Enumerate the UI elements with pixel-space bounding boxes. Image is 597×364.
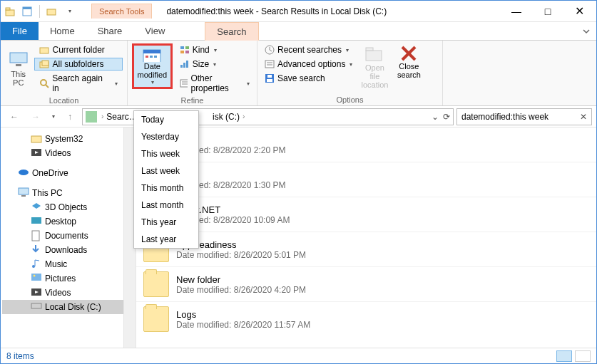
clear-search-icon[interactable]: ✕ [580, 112, 587, 122]
titlebar: ▾ Search Tools datemodified:this week - … [1, 1, 596, 22]
svg-rect-24 [180, 80, 188, 87]
breadcrumb-2[interactable]: isk (C:) [213, 112, 240, 122]
svg-rect-23 [186, 61, 188, 68]
svg-rect-20 [185, 51, 189, 53]
view-large-button[interactable] [575, 350, 591, 362]
svg-rect-13 [143, 50, 160, 53]
svg-rect-32 [267, 79, 272, 82]
svg-rect-42 [19, 188, 29, 194]
date-modified-button[interactable]: Date modified▾ [132, 43, 173, 89]
tree-local-disk[interactable]: Local Disk (C:) [2, 300, 134, 314]
list-item[interactable]: etchmodified: 8/28/2020 1:30 PM [136, 162, 596, 197]
ribbon-collapse-icon[interactable] [576, 22, 596, 40]
nav-up-button[interactable]: ↑ [61, 108, 79, 126]
section-refine: Refine [132, 95, 252, 105]
tree-onedrive[interactable]: OneDrive [2, 166, 134, 180]
tree-documents[interactable]: Documents [2, 229, 134, 243]
svg-rect-14 [146, 56, 148, 58]
date-option-this-week[interactable]: This week [134, 145, 198, 162]
svg-point-49 [34, 275, 36, 277]
list-item[interactable]: AppReadinessDate modified: 8/26/2020 5:0… [136, 232, 596, 266]
open-file-location-button: Open file location [359, 43, 389, 90]
minimize-button[interactable]: — [501, 1, 532, 21]
list-item[interactable]: rosoft.NETmodified: 8/28/2020 10:09 AM [136, 197, 596, 232]
tree-system32[interactable]: System32 [2, 132, 134, 146]
svg-rect-7 [40, 48, 49, 53]
qat-newfolder-icon[interactable] [44, 4, 60, 19]
tree-videos-2[interactable]: Videos [2, 286, 134, 300]
folder-open-icon [364, 45, 384, 63]
svg-rect-35 [366, 48, 373, 51]
nav-tree[interactable]: System32 Videos OneDrive This PC 3D Obje… [1, 128, 136, 348]
context-tab-label: Search Tools [91, 4, 152, 19]
x-icon [400, 45, 417, 62]
save-search-button[interactable]: Save search [262, 72, 355, 85]
current-folder-button[interactable]: Current folder [34, 43, 123, 56]
advanced-options-button[interactable]: Advanced options▾ [262, 58, 355, 71]
svg-rect-5 [10, 53, 27, 63]
all-subfolders-button[interactable]: All subfolders [34, 58, 123, 71]
tree-3d-objects[interactable]: 3D Objects [2, 200, 134, 214]
tab-search[interactable]: Search [205, 22, 258, 41]
qat-customize-icon[interactable]: ▾ [61, 4, 77, 19]
results-list[interactable]: pmodified: 8/28/2020 2:20 PM etchmodifie… [136, 128, 596, 348]
refresh-icon[interactable]: ⟳ [443, 112, 450, 122]
qat-properties-icon[interactable] [19, 4, 35, 19]
close-button[interactable]: ✕ [563, 1, 595, 21]
date-option-last-month[interactable]: Last month [134, 197, 198, 214]
date-option-this-month[interactable]: This month [134, 180, 198, 197]
svg-line-11 [46, 85, 49, 88]
svg-rect-21 [180, 65, 183, 68]
size-button[interactable]: Size▾ [177, 58, 252, 71]
tab-view[interactable]: View [133, 22, 176, 40]
section-location: Location [5, 95, 123, 105]
app-icon [2, 4, 18, 19]
view-details-button[interactable] [556, 350, 572, 362]
svg-rect-48 [31, 274, 41, 281]
date-option-today[interactable]: Today [134, 111, 198, 128]
ribbon-tabs: File Home Share View Search [1, 22, 596, 41]
tree-videos-1[interactable]: Videos [2, 146, 134, 160]
address-dropdown-icon[interactable]: ⌄ [432, 112, 439, 122]
nav-forward-button[interactable]: → [26, 108, 45, 126]
date-option-last-year[interactable]: Last year [134, 231, 198, 248]
tree-music[interactable]: Music [2, 257, 134, 271]
close-search-button[interactable]: Close search [394, 43, 424, 80]
date-option-yesterday[interactable]: Yesterday [134, 128, 198, 145]
ribbon: This PC Current folder All subfolders Se… [1, 41, 596, 106]
svg-point-47 [32, 265, 35, 268]
date-modified-menu: Today Yesterday This week Last week This… [133, 110, 199, 249]
nav-back-button[interactable]: ← [5, 108, 24, 126]
svg-rect-46 [32, 231, 39, 241]
tree-this-pc[interactable]: This PC [2, 186, 134, 200]
tree-pictures[interactable]: Pictures [2, 271, 134, 286]
svg-rect-0 [6, 10, 14, 16]
tree-desktop[interactable]: Desktop [2, 214, 134, 229]
list-item[interactable]: New folderDate modified: 8/26/2020 4:20 … [136, 266, 596, 301]
nav-recent-button[interactable]: ▾ [48, 108, 58, 126]
other-properties-button[interactable]: Other properties▾ [177, 72, 252, 95]
svg-rect-9 [42, 61, 49, 66]
search-again-button[interactable]: Search again in▾ [34, 72, 123, 95]
maximize-button[interactable]: □ [532, 1, 563, 21]
svg-rect-6 [16, 64, 21, 66]
this-pc-button[interactable]: This PC [5, 43, 31, 95]
kind-button[interactable]: Kind▾ [177, 43, 252, 56]
list-item[interactable]: pmodified: 8/28/2020 2:20 PM [136, 128, 596, 162]
svg-rect-16 [154, 56, 157, 58]
tree-downloads[interactable]: Downloads [2, 243, 134, 257]
date-option-last-week[interactable]: Last week [134, 162, 198, 180]
calendar-icon [142, 47, 162, 62]
nav-scrollbar-thumb[interactable] [126, 270, 134, 313]
svg-rect-34 [366, 51, 382, 61]
date-option-this-year[interactable]: This year [134, 214, 198, 231]
list-item[interactable]: LogsDate modified: 8/26/2020 11:57 AM [136, 301, 596, 336]
recent-searches-button[interactable]: Recent searches▾ [262, 43, 355, 56]
tab-share[interactable]: Share [86, 22, 134, 40]
tab-home[interactable]: Home [39, 22, 86, 40]
search-input[interactable]: datemodified:this week ✕ [456, 108, 592, 125]
tab-file[interactable]: File [1, 22, 39, 40]
svg-rect-33 [267, 75, 272, 78]
svg-rect-28 [265, 61, 274, 68]
svg-point-10 [41, 80, 46, 85]
